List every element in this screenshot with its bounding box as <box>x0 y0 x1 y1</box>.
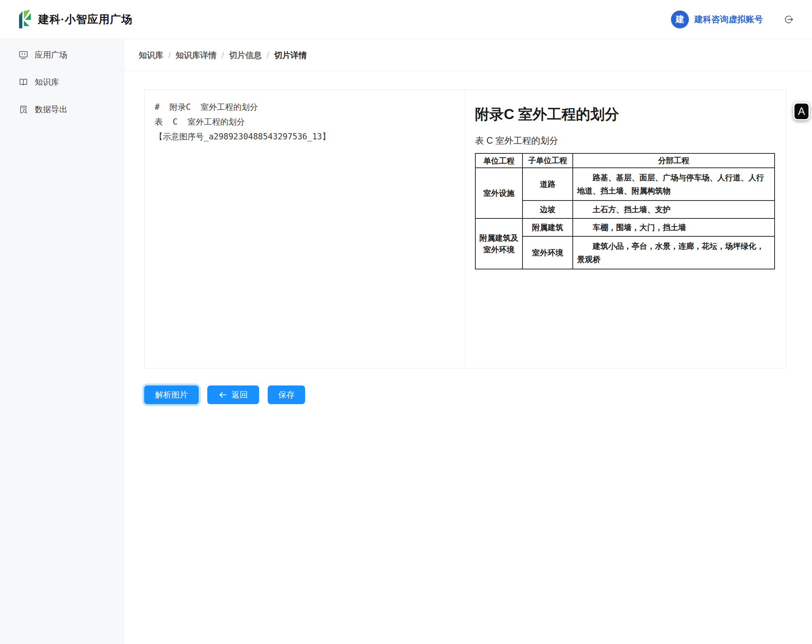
preview-heading: 附录C 室外工程的划分 <box>475 105 776 124</box>
arrow-left-icon <box>219 391 227 399</box>
breadcrumb-kb-detail[interactable]: 知识库详情 <box>176 50 217 61</box>
sidebar-item-label: 应用广场 <box>35 49 67 60</box>
action-bar: 解析图片 返回 保存 <box>144 385 305 404</box>
table-row: 附属建筑及室外环境 附属建筑 车棚，围墙，大门，挡土墙 <box>475 218 775 236</box>
markdown-preview: 附录C 室外工程的划分 表 C 室外工程的划分 单位工程 子单位工程 分部工程 … <box>465 90 786 368</box>
breadcrumb-slice-info[interactable]: 切片信息 <box>229 50 262 61</box>
account-name[interactable]: 建科咨询虚拟账号 <box>694 14 763 25</box>
back-button-label: 返回 <box>231 389 248 400</box>
table-cell-parts: 车棚，围墙，大门，挡土墙 <box>573 218 775 236</box>
back-button[interactable]: 返回 <box>207 385 259 404</box>
slice-detail-panel: # 附录C 室外工程的划分 表 C 室外工程的划分 【示意图序号_a298923… <box>144 90 786 368</box>
avatar[interactable]: 建 <box>671 11 689 28</box>
sidebar-item-app-plaza[interactable]: 应用广场 <box>0 45 124 65</box>
save-button[interactable]: 保存 <box>268 385 305 404</box>
table-header-row: 单位工程 子单位工程 分部工程 <box>475 153 775 168</box>
markdown-editor[interactable]: # 附录C 室外工程的划分 表 C 室外工程的划分 【示意图序号_a298923… <box>145 90 465 368</box>
breadcrumb-knowledge-base[interactable]: 知识库 <box>139 50 163 61</box>
font-size-widget[interactable]: A <box>793 102 810 120</box>
table-cell-unit: 附属建筑及室外环境 <box>475 218 523 269</box>
breadcrumb: 知识库 / 知识库详情 / 切片信息 / 切片详情 <box>124 39 812 72</box>
jianke-logo-icon <box>18 10 33 29</box>
table-cell-sub: 边坡 <box>523 201 573 218</box>
sidebar: 应用广场 知识库 数据导出 <box>0 39 124 644</box>
sidebar-item-knowledge-base[interactable]: 知识库 <box>0 72 124 92</box>
breadcrumb-separator: / <box>222 51 224 60</box>
table-header-cell: 分部工程 <box>573 153 775 168</box>
table-cell-sub: 附属建筑 <box>523 218 573 236</box>
app-header: 建科·小智应用广场 建 建科咨询虚拟账号 <box>0 0 812 39</box>
table-cell-parts: 路基、基层、面层、广场与停车场、人行道、人行地道、挡土墙、附属构筑物 <box>573 168 775 201</box>
table-row: 室外设施 道路 路基、基层、面层、广场与停车场、人行道、人行地道、挡土墙、附属构… <box>475 168 775 201</box>
table-header-cell: 子单位工程 <box>523 153 573 168</box>
table-header-cell: 单位工程 <box>475 153 523 168</box>
table-cell-sub: 道路 <box>523 168 573 201</box>
sidebar-item-data-export[interactable]: 数据导出 <box>0 99 124 120</box>
table-caption: 表 C 室外工程的划分 <box>475 135 776 147</box>
sidebar-item-label: 数据导出 <box>35 104 67 115</box>
knowledge-base-icon <box>19 77 28 87</box>
outdoor-works-table: 单位工程 子单位工程 分部工程 室外设施 道路 路基、基层、面层、广场与停车场、… <box>475 153 775 269</box>
main-content: 知识库 / 知识库详情 / 切片信息 / 切片详情 # 附录C 室外工程的划分 … <box>124 39 812 644</box>
app-plaza-icon <box>19 50 28 60</box>
page-title: 建科·小智应用广场 <box>38 12 132 27</box>
breadcrumb-separator: / <box>267 51 269 60</box>
breadcrumb-separator: / <box>168 51 171 60</box>
table-cell-parts: 土石方、挡土墙、支护 <box>573 201 775 218</box>
table-cell-sub: 室外环境 <box>523 236 573 269</box>
table-cell-unit: 室外设施 <box>475 168 523 218</box>
logout-icon[interactable] <box>784 14 794 25</box>
sidebar-item-label: 知识库 <box>35 77 59 88</box>
breadcrumb-slice-detail: 切片详情 <box>274 50 307 61</box>
table-cell-parts: 建筑小品，亭台，水景，连廊，花坛，场坪绿化，景观桥 <box>573 236 775 269</box>
data-export-icon <box>19 105 28 114</box>
parse-image-button[interactable]: 解析图片 <box>144 385 199 404</box>
